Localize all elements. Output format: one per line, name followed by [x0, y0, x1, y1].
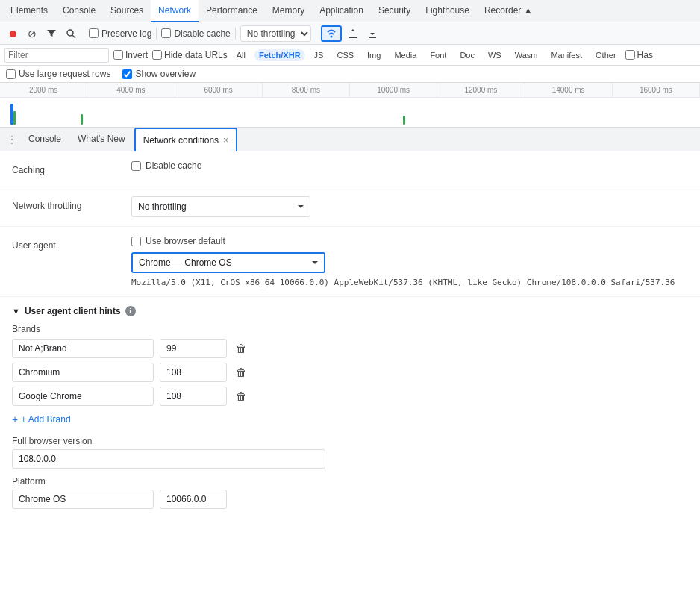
disable-cache-label[interactable]: Disable cache	[161, 28, 230, 39]
preserve-log-checkbox[interactable]	[89, 28, 99, 38]
network-conditions-button[interactable]	[321, 25, 342, 42]
client-hints-section: ▼ User agent client hints i Brands 🗑 🗑 🗑…	[0, 297, 700, 518]
filter-fetch-xhr[interactable]: Fetch/XHR	[254, 49, 305, 61]
filter-input[interactable]	[4, 48, 109, 63]
filter-wasm[interactable]: Wasm	[510, 49, 543, 61]
show-overview-option[interactable]: Show overview	[122, 69, 196, 79]
search-icon	[66, 28, 76, 39]
filter-manifest[interactable]: Manifest	[546, 49, 587, 61]
panel-tab-network-conditions[interactable]: Network conditions ×	[134, 128, 237, 151]
info-icon[interactable]: i	[125, 306, 136, 316]
wifi-icon	[325, 28, 337, 39]
brand-row-3: 🗑	[12, 387, 688, 406]
network-conditions-close[interactable]: ×	[223, 135, 228, 146]
full-version-label: Full browser version	[12, 436, 688, 446]
panel-tab-whats-new[interactable]: What's New	[70, 128, 133, 151]
brand-version-1[interactable]	[160, 339, 227, 358]
filter-js[interactable]: JS	[310, 49, 328, 61]
has-checkbox[interactable]	[625, 50, 635, 60]
svg-point-0	[67, 30, 73, 36]
filter-other[interactable]: Other	[591, 49, 621, 61]
throttle-select[interactable]: No throttling	[240, 25, 311, 42]
timeline-bar-4	[403, 116, 405, 125]
tab-security[interactable]: Security	[371, 0, 418, 22]
tab-network[interactable]: Network	[151, 0, 199, 22]
panel-dots[interactable]: ⋮	[4, 128, 19, 151]
throttling-content: No throttling Fast 3G Slow 3G Offline	[131, 196, 688, 217]
filter-css[interactable]: CSS	[332, 49, 358, 61]
panel-tab-console[interactable]: Console	[21, 128, 69, 151]
record-button[interactable]: ⏺	[4, 25, 21, 42]
network-toolbar: ⏺ ⊘ Preserve log Disable cache No thrott…	[0, 22, 700, 45]
brands-label: Brands	[12, 324, 688, 334]
brand-version-3[interactable]	[160, 387, 227, 406]
tick-8: 16000 ms	[613, 83, 700, 97]
user-agent-dropdown[interactable]: Chrome — Chrome OS Chrome — Windows Chro…	[131, 252, 325, 273]
disable-cache-text: Disable cache	[174, 28, 230, 39]
tab-performance[interactable]: Performance	[199, 0, 265, 22]
tab-sources[interactable]: Sources	[103, 0, 151, 22]
timeline-bar-2	[13, 111, 16, 125]
invert-checkbox[interactable]	[113, 50, 123, 60]
tab-application[interactable]: Application	[312, 0, 371, 22]
stop-button[interactable]: ⊘	[24, 25, 40, 42]
disable-cache-checkbox[interactable]	[161, 28, 171, 38]
tick-5: 10000 ms	[350, 83, 437, 97]
tab-elements[interactable]: Elements	[3, 0, 55, 22]
throttling-label: Network throttling	[12, 196, 131, 211]
use-browser-default-label[interactable]: Use browser default	[131, 236, 688, 246]
add-brand-button[interactable]: + + Add Brand	[12, 410, 71, 428]
filter-row: Invert Hide data URLs All Fetch/XHR JS C…	[0, 45, 700, 66]
separator-1	[84, 28, 84, 40]
filter-button[interactable]	[43, 25, 60, 42]
invert-label[interactable]: Invert	[113, 50, 148, 60]
hints-toggle-icon: ▼	[12, 307, 20, 316]
export-button[interactable]	[364, 25, 381, 42]
throttling-section: Network throttling No throttling Fast 3G…	[0, 187, 700, 227]
throttle-dropdown[interactable]: No throttling Fast 3G Slow 3G Offline	[131, 196, 310, 217]
has-text: Has	[637, 50, 653, 60]
filter-all[interactable]: All	[232, 49, 250, 61]
delete-brand-1[interactable]: 🗑	[233, 340, 249, 357]
delete-brand-2[interactable]: 🗑	[233, 364, 249, 381]
hide-data-urls-checkbox[interactable]	[152, 50, 162, 60]
delete-brand-3[interactable]: 🗑	[233, 388, 249, 404]
brand-name-3[interactable]	[12, 387, 154, 406]
separator-4	[316, 28, 316, 40]
full-version-input[interactable]	[12, 449, 325, 469]
filter-media[interactable]: Media	[390, 49, 421, 61]
search-button[interactable]	[63, 25, 79, 42]
tab-console[interactable]: Console	[55, 0, 103, 22]
caching-disable-label[interactable]: Disable cache	[131, 160, 688, 171]
options-row: Use large request rows Show overview	[0, 66, 700, 83]
svg-point-2	[330, 35, 332, 37]
large-rows-option[interactable]: Use large request rows	[6, 69, 110, 79]
caching-label: Caching	[12, 160, 131, 175]
show-overview-checkbox[interactable]	[122, 69, 132, 79]
use-browser-default-checkbox[interactable]	[131, 237, 141, 246]
client-hints-header[interactable]: ▼ User agent client hints i	[12, 306, 688, 316]
tick-1: 2000 ms	[0, 83, 87, 97]
filter-font[interactable]: Font	[425, 49, 451, 61]
tab-recorder[interactable]: Recorder ▲	[477, 0, 540, 22]
brand-name-1[interactable]	[12, 339, 154, 358]
platform-label: Platform	[12, 476, 688, 487]
hide-data-urls-label[interactable]: Hide data URLs	[152, 50, 228, 60]
has-label[interactable]: Has	[625, 50, 653, 60]
filter-img[interactable]: Img	[363, 49, 385, 61]
filter-ws[interactable]: WS	[484, 49, 506, 61]
tab-memory[interactable]: Memory	[265, 0, 312, 22]
use-browser-default-text: Use browser default	[146, 236, 225, 246]
platform-version-input[interactable]	[160, 490, 227, 509]
brand-name-2[interactable]	[12, 363, 154, 382]
import-button[interactable]	[345, 25, 361, 42]
large-rows-checkbox[interactable]	[6, 69, 16, 79]
platform-input[interactable]	[12, 490, 154, 509]
tick-3: 6000 ms	[175, 83, 263, 97]
brand-version-2[interactable]	[160, 363, 227, 382]
caching-disable-checkbox[interactable]	[131, 161, 141, 171]
filter-doc[interactable]: Doc	[455, 49, 479, 61]
user-agent-section: User agent Use browser default Chrome — …	[0, 227, 700, 297]
preserve-log-label[interactable]: Preserve log	[89, 28, 151, 39]
tab-lighthouse[interactable]: Lighthouse	[418, 0, 477, 22]
